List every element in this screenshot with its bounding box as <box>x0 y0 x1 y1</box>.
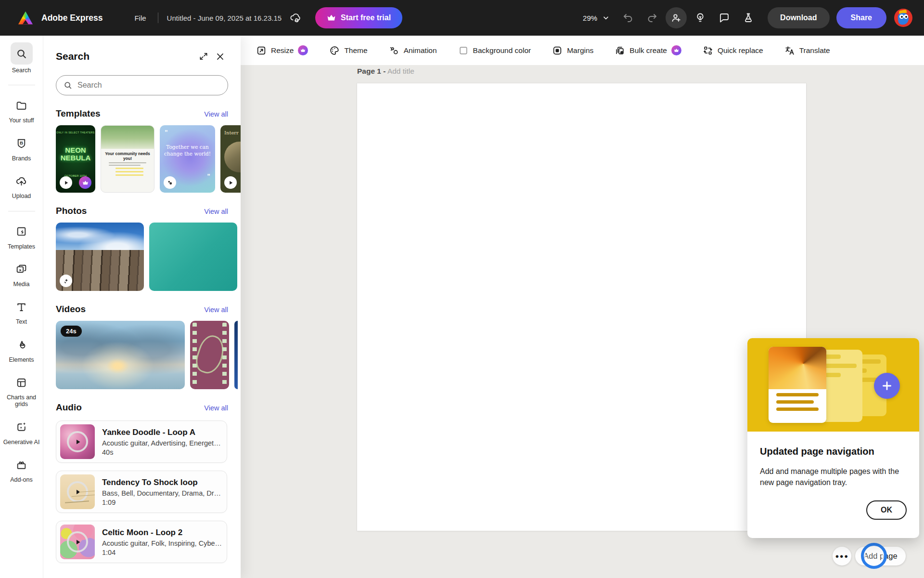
video-thumbnail-film-strip[interactable] <box>190 321 229 389</box>
play-icon[interactable] <box>67 531 88 552</box>
bulk-create-icon <box>615 45 625 56</box>
theme-palette-icon <box>329 45 340 56</box>
panel-title: Search <box>56 51 90 62</box>
crown-icon <box>327 14 336 22</box>
redo-button[interactable] <box>642 7 663 28</box>
animation-icon <box>389 45 399 56</box>
sidebar-item-add-ons[interactable]: Add-ons <box>0 456 43 483</box>
add-page-plus-icon <box>874 373 900 399</box>
search-icon <box>11 42 33 65</box>
template-thumbnail-neon-nebula[interactable]: ONLY IN SELECT THEATERS NEON NEBULA OCTO… <box>56 125 95 193</box>
sidebar-item-generative-ai[interactable]: Generative AI <box>0 418 43 446</box>
templates-view-all-link[interactable]: View all <box>204 110 228 118</box>
page-title-placeholder[interactable]: Add title <box>387 67 414 75</box>
audio-track-duration: 1:04 <box>102 549 222 556</box>
sidebar-item-upload[interactable]: Upload <box>0 172 43 199</box>
ideas-lightbulb-button[interactable] <box>690 7 711 28</box>
canvas-page[interactable] <box>357 83 806 531</box>
folder-icon <box>11 96 33 115</box>
audio-track-title: Celtic Moon - Loop 2 <box>102 528 222 538</box>
premium-crown-icon <box>79 176 91 189</box>
photo-thumbnail-wooden-deck[interactable] <box>56 223 144 291</box>
toast-illustration <box>747 338 919 432</box>
play-icon[interactable] <box>67 481 88 502</box>
audio-track-card[interactable]: Celtic Moon - Loop 2 Acoustic guitar, Fo… <box>56 521 227 563</box>
play-icon[interactable] <box>67 431 88 452</box>
photo-thumbnail-teal-gradient[interactable] <box>149 223 237 291</box>
audio-track-title: Yankee Doodle - Loop A <box>102 428 221 437</box>
sidebar-item-brands[interactable]: B Brands <box>0 134 43 162</box>
audio-track-tags: Acoustic guitar, Folk, Inspiring, Cybe… <box>102 539 222 547</box>
template-thumbnail-together-quote[interactable]: " Together we can change the world! " <box>160 125 215 193</box>
audio-track-duration: 1:09 <box>102 499 221 506</box>
beta-flask-button[interactable] <box>738 7 759 28</box>
toast-title: Updated page navigation <box>760 446 907 457</box>
media-icon <box>11 260 33 278</box>
document-toolbar: Resize Theme Animation Background color <box>241 36 924 65</box>
flyer-photo <box>101 126 154 149</box>
cloud-sync-icon[interactable] <box>289 12 302 24</box>
sidebar-item-elements[interactable]: Elements <box>0 336 43 363</box>
translate-icon <box>784 45 795 56</box>
translate-button[interactable]: Translate <box>784 45 830 56</box>
left-navigation-rail: Search Your stuff B Brands Upload Templa… <box>0 36 43 578</box>
sidebar-item-templates[interactable]: Templates <box>0 223 43 250</box>
videos-view-all-link[interactable]: View all <box>204 306 228 314</box>
audio-track-card[interactable]: Tendency To Shock loop Bass, Bell, Docum… <box>56 471 227 513</box>
margins-icon <box>552 45 563 56</box>
add-page-button[interactable]: Add page <box>855 547 906 565</box>
videos-section: Videos View all 24s <box>56 304 241 389</box>
more-options-button[interactable]: ●●● <box>833 547 851 565</box>
video-thumbnail-ocean-sunset[interactable]: 24s <box>56 321 185 389</box>
audio-view-all-link[interactable]: View all <box>204 404 228 412</box>
template-photo <box>224 142 241 172</box>
animation-badge-icon <box>164 176 176 189</box>
templates-section-title: Templates <box>56 108 101 119</box>
account-avatar[interactable] <box>894 9 912 27</box>
search-input[interactable] <box>77 81 221 90</box>
chevron-down-icon <box>602 14 610 22</box>
close-panel-button[interactable] <box>212 48 228 65</box>
template-thumbnail-cut-off[interactable]: Interr <box>220 125 241 193</box>
video-duration-badge: 24s <box>61 326 82 337</box>
sidebar-item-search[interactable]: Search <box>0 42 43 74</box>
background-color-button[interactable]: Background color <box>458 45 531 56</box>
animation-button[interactable]: Animation <box>389 45 437 56</box>
photos-view-all-link[interactable]: View all <box>204 208 228 215</box>
sidebar-item-text[interactable]: Text <box>0 298 43 325</box>
upload-cloud-icon <box>11 172 33 190</box>
audio-thumbnail <box>60 474 95 509</box>
charts-grid-icon <box>11 373 33 392</box>
download-button[interactable]: Download <box>768 7 829 28</box>
sidebar-item-media[interactable]: Media <box>0 260 43 288</box>
page-navigation-toast: Updated page navigation Add and manage m… <box>747 338 919 538</box>
invite-collaborators-button[interactable] <box>666 7 687 28</box>
svg-text:B: B <box>20 140 23 145</box>
audio-track-tags: Bass, Bell, Documentary, Drama, Dr… <box>102 489 221 497</box>
zoom-level-dropdown[interactable]: 29% <box>578 10 615 26</box>
audio-section: Audio View all Yankee Doodle - Loop A Ac… <box>56 402 241 563</box>
search-icon <box>63 80 73 90</box>
template-thumbnail-community-flyer[interactable]: Your community needs you! <box>101 125 154 193</box>
share-button[interactable]: Share <box>836 7 886 28</box>
audio-track-card[interactable]: Yankee Doodle - Loop A Acoustic guitar, … <box>56 420 227 463</box>
margins-button[interactable]: Margins <box>552 45 593 56</box>
resize-button[interactable]: Resize <box>256 45 308 56</box>
comments-button[interactable] <box>714 7 735 28</box>
file-menu[interactable]: File <box>129 11 151 25</box>
video-thumbnail-cut-off[interactable] <box>234 321 238 389</box>
adobe-express-logo-icon <box>18 12 33 25</box>
sidebar-item-charts-and-grids[interactable]: Charts and grids <box>0 373 43 408</box>
toast-ok-button[interactable]: OK <box>866 500 907 520</box>
theme-button[interactable]: Theme <box>329 45 367 56</box>
elements-icon <box>11 336 33 354</box>
premium-crown-icon <box>671 45 681 55</box>
page-number-label: Page 1 - <box>357 67 385 75</box>
document-title[interactable]: Untitled - June 09, 2025 at 16.23.15 <box>167 14 282 22</box>
bulk-create-button[interactable]: Bulk create <box>615 45 681 56</box>
start-free-trial-button[interactable]: Start free trial <box>315 7 402 28</box>
quick-replace-button[interactable]: Quick replace <box>703 45 763 56</box>
undo-button[interactable] <box>617 7 639 28</box>
sidebar-item-your-stuff[interactable]: Your stuff <box>0 96 43 124</box>
expand-panel-button[interactable] <box>195 48 212 65</box>
